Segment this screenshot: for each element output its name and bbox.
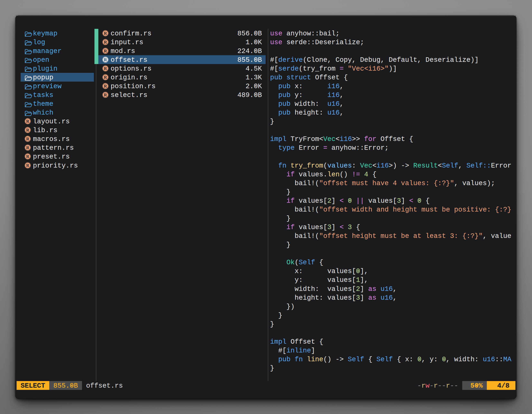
- svg-text:R: R: [104, 75, 107, 80]
- svg-text:R: R: [104, 39, 107, 44]
- svg-text:R: R: [26, 154, 29, 159]
- svg-text:R: R: [104, 48, 107, 53]
- svg-text:R: R: [26, 163, 29, 168]
- svg-text:R: R: [26, 136, 29, 141]
- svg-text:R: R: [104, 84, 107, 88]
- svg-text:R: R: [104, 57, 107, 62]
- svg-text:R: R: [26, 145, 29, 150]
- svg-text:R: R: [26, 128, 29, 133]
- svg-text:R: R: [104, 66, 107, 71]
- svg-text:R: R: [104, 92, 107, 97]
- svg-text:R: R: [104, 31, 107, 36]
- svg-text:R: R: [26, 119, 29, 124]
